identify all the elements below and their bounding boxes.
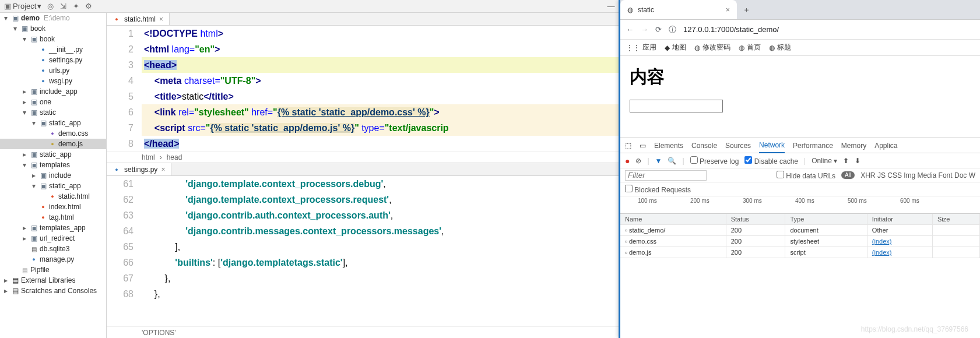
tab-static-html[interactable]: static.html × <box>107 13 170 25</box>
tree-external[interactable]: ▸▤External Libraries <box>0 275 106 286</box>
tree-item-demo-css[interactable]: demo.css <box>0 128 106 139</box>
url-field[interactable]: 127.0.0.1:7000/static_demo/ <box>683 25 974 34</box>
throttle-select[interactable]: Online ▾ <box>812 157 837 165</box>
tree-item-url_redirect[interactable]: ▸▣url_redirect <box>0 233 106 244</box>
upload-icon[interactable]: ⬆ <box>843 157 849 165</box>
type-media[interactable]: Media <box>915 171 936 179</box>
bookmark-标题[interactable]: ◍标题 <box>769 43 791 52</box>
breadcrumb-bot[interactable]: 'OPTIONS' <box>107 326 619 338</box>
tree-item-static_app[interactable]: ▾▣static_app <box>0 118 106 128</box>
network-table[interactable]: NameStatusTypeInitiatorSize▫ static_demo… <box>620 214 980 338</box>
preserve-log-checkbox[interactable]: Preserve log <box>690 156 739 166</box>
network-row[interactable]: ▫ demo.js200script(index) <box>620 247 980 258</box>
tree-item-db-sqlite3[interactable]: db.sqlite3 <box>0 244 106 254</box>
network-row[interactable]: ▫ demo.css200stylesheet(index) <box>620 236 980 247</box>
type-doc[interactable]: Doc <box>953 171 967 179</box>
funnel-icon[interactable]: ▼ <box>655 157 662 165</box>
close-icon[interactable]: × <box>161 166 165 174</box>
back-icon[interactable]: ← <box>626 25 634 34</box>
tree-item-book[interactable]: ▾▣book <box>0 34 106 44</box>
close-icon[interactable]: × <box>159 15 163 23</box>
tree-item-__init__-py[interactable]: __init__.py <box>0 44 106 55</box>
devtools-toolbar: ● ⊘ | ▼ 🔍 | Preserve log Disable cache |… <box>620 153 980 168</box>
devtools-tab-performance[interactable]: Performance <box>793 142 833 150</box>
tree-item-static-html[interactable]: static.html <box>0 191 106 202</box>
record-icon[interactable]: ● <box>625 156 630 166</box>
tree-item-one[interactable]: ▸▣one <box>0 97 106 107</box>
device-icon[interactable]: ▭ <box>640 142 646 150</box>
type-all-pill[interactable]: All <box>841 171 855 179</box>
devtools-tab-elements[interactable]: Elements <box>654 142 683 150</box>
info-icon[interactable]: ⓘ <box>669 24 676 35</box>
tab-settings-py[interactable]: settings.py × <box>107 163 171 175</box>
browser-tab[interactable]: ◍ static × <box>620 0 737 19</box>
tree-item-tag-html[interactable]: tag.html <box>0 212 106 223</box>
tree-item-include_app[interactable]: ▸▣include_app <box>0 86 106 97</box>
reload-icon[interactable]: ⟳ <box>655 25 662 34</box>
editor-tabbar-bot: settings.py × <box>107 163 619 176</box>
tree-item-templates_app[interactable]: ▸▣templates_app <box>0 223 106 233</box>
close-icon[interactable]: × <box>726 6 730 14</box>
tree-item-templates[interactable]: ▾▣templates <box>0 160 106 170</box>
type-js[interactable]: JS <box>876 171 886 179</box>
devtools-tab-memory[interactable]: Memory <box>841 142 866 150</box>
code-bot[interactable]: 'django.template.context_processors.debu… <box>142 176 619 326</box>
forward-icon[interactable]: → <box>641 25 648 34</box>
tree-item-static_app[interactable]: ▾▣static_app <box>0 181 106 191</box>
download-icon[interactable]: ⬇ <box>855 157 860 165</box>
network-row[interactable]: ▫ static_demo/200documentOther <box>620 225 980 236</box>
network-timeline[interactable]: 100 ms200 ms300 ms400 ms500 ms600 ms <box>620 196 980 214</box>
collapse-icon[interactable]: ✦ <box>72 2 80 10</box>
tree-item-book[interactable]: ▾▣book <box>0 23 106 34</box>
bookmarks-bar: ⋮⋮应用◆地图◍修改密码◍首页◍标题 <box>620 40 980 56</box>
globe-icon: ◍ <box>739 44 744 52</box>
gear-icon[interactable]: ⚙ <box>85 2 93 10</box>
tree-item-include[interactable]: ▸▣include <box>0 170 106 181</box>
filter-input[interactable] <box>625 170 707 181</box>
tree-scratches[interactable]: ▸▤Scratches and Consoles <box>0 286 106 296</box>
devtools-tab-network[interactable]: Network <box>759 138 785 153</box>
text-input[interactable] <box>630 100 723 112</box>
tree-item-static_app[interactable]: ▸▣static_app <box>0 149 106 160</box>
tab-label: settings.py <box>124 166 157 174</box>
new-tab-button[interactable]: ＋ <box>737 5 756 15</box>
gutter-top: 12345678 <box>107 26 142 151</box>
tree-root[interactable]: ▾▣demoE:\demo <box>0 13 106 23</box>
tree-item-demo-js[interactable]: demo.js <box>0 139 106 149</box>
tree-item-Pipfile[interactable]: Pipfile <box>0 265 106 275</box>
type-font[interactable]: Font <box>936 171 952 179</box>
devtools-tab-sources[interactable]: Sources <box>725 142 751 150</box>
bookmark-地图[interactable]: ◆地图 <box>665 43 686 52</box>
type-css[interactable]: CSS <box>886 171 902 179</box>
tree-item-settings-py[interactable]: settings.py <box>0 55 106 65</box>
type-w[interactable]: W <box>967 171 975 179</box>
tree-item-wsgi-py[interactable]: wsgi.py <box>0 76 106 86</box>
bookmark-修改密码[interactable]: ◍修改密码 <box>694 43 730 52</box>
target-icon[interactable]: ◎ <box>46 2 54 10</box>
code-top[interactable]: <!DOCTYPE html><html lang="en"><head> <m… <box>142 26 619 151</box>
disable-cache-checkbox[interactable]: Disable cache <box>744 156 798 166</box>
bookmark-首页[interactable]: ◍首页 <box>739 43 761 52</box>
expand-icon[interactable]: ⇲ <box>59 2 67 10</box>
minimize-icon[interactable]: — <box>607 2 615 10</box>
tree-item-static[interactable]: ▾▣static <box>0 107 106 118</box>
clear-icon[interactable]: ⊘ <box>635 157 641 165</box>
breadcrumb-top[interactable]: html › head <box>107 151 619 163</box>
tree-item-index-html[interactable]: index.html <box>0 202 106 212</box>
chevron-right-icon: › <box>160 153 162 161</box>
type-xhr[interactable]: XHR <box>860 171 875 179</box>
watermark: https://blog.csdn.net/qq_37697566 <box>861 325 968 333</box>
blocked-requests-checkbox[interactable]: Blocked Requests <box>625 185 691 194</box>
bookmark-应用[interactable]: ⋮⋮应用 <box>626 43 656 52</box>
tree-item-manage-py[interactable]: manage.py <box>0 254 106 265</box>
project-tree[interactable]: ▾▣demoE:\demo▾▣book▾▣book__init__.pysett… <box>0 13 107 338</box>
devtools-tab-console[interactable]: Console <box>691 142 717 150</box>
inspect-icon[interactable]: ⬚ <box>625 142 631 150</box>
hide-data-urls-checkbox[interactable]: Hide data URLs <box>777 171 835 180</box>
tree-item-urls-py[interactable]: urls.py <box>0 65 106 76</box>
globe-icon: ◍ <box>769 44 775 52</box>
project-dropdown[interactable]: ▣ Project ▾ <box>3 2 41 10</box>
type-img[interactable]: Img <box>902 171 915 179</box>
devtools-tab-applica[interactable]: Applica <box>874 142 897 150</box>
search-icon[interactable]: 🔍 <box>668 157 676 165</box>
